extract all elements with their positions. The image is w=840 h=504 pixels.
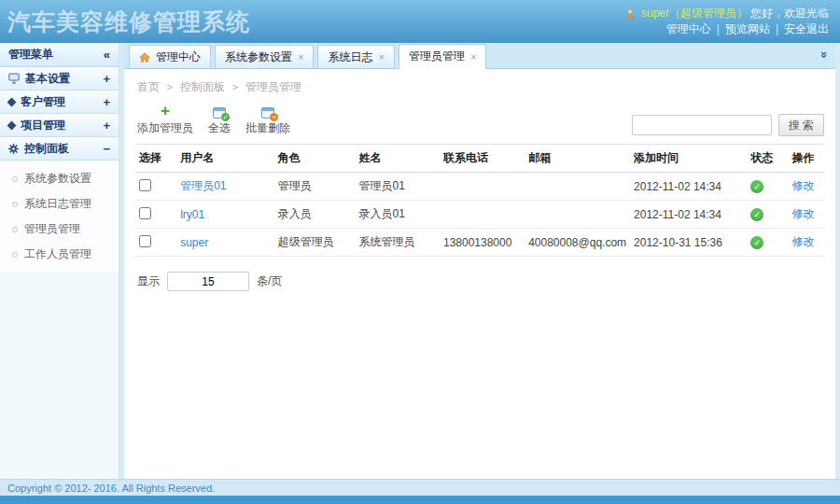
expand-plus-icon[interactable]: + <box>103 95 110 109</box>
added-time-cell: 2012-11-02 14:34 <box>630 173 747 201</box>
tab-label: 管理中心 <box>156 49 201 65</box>
sidebar-item-customer-mgmt[interactable]: 客户管理 + <box>0 91 119 114</box>
tab-close-icon[interactable]: × <box>378 51 384 63</box>
name-cell: 录入员01 <box>355 201 439 229</box>
diamond-icon <box>7 97 17 106</box>
row-checkbox[interactable] <box>139 235 151 247</box>
monitor-icon <box>8 73 20 84</box>
row-checkbox[interactable] <box>139 179 151 191</box>
role-cell: 超级管理员 <box>274 229 356 257</box>
tab-system-log[interactable]: 系统日志 × <box>317 45 394 68</box>
collapse-minus-icon[interactable]: − <box>103 142 110 156</box>
tab-system-params[interactable]: 系统参数设置 × <box>215 45 314 68</box>
header-link-logout[interactable]: 安全退出 <box>784 21 829 37</box>
search-area: 搜 索 <box>632 114 824 136</box>
breadcrumb-control-panel[interactable]: 控制面板 <box>180 79 225 95</box>
breadcrumb-home[interactable]: 首页 <box>137 79 160 95</box>
name-cell: 系统管理员 <box>355 229 439 257</box>
phone-cell <box>440 201 525 229</box>
sidebar-subitem-system-params[interactable]: 系统参数设置 <box>0 166 119 191</box>
tab-admin-center[interactable]: 管理中心 <box>129 45 211 68</box>
row-checkbox[interactable] <box>139 207 151 219</box>
header-link-separator: | <box>776 21 778 37</box>
tab-label: 系统参数设置 <box>225 49 292 65</box>
header-links: 管理中心 | 预览网站 | 安全退出 <box>624 21 829 37</box>
subitem-label: 系统日志管理 <box>24 196 91 212</box>
bullet-icon <box>12 227 18 232</box>
sidebar-item-project-mgmt[interactable]: 项目管理 + <box>0 114 119 137</box>
table-row: super 超级管理员 系统管理员 13800138000 40080008@q… <box>135 229 824 257</box>
sidebar-subitem-staff-mgmt[interactable]: 工作人员管理 <box>0 242 119 267</box>
table-row: 管理员01 管理员 管理员01 2012-11-02 14:34 ✓ 修改 <box>135 173 824 201</box>
page-body: 首页 ＞ 控制面板 ＞ 管理员管理 + 添加管理员 ✓ 全选 <box>124 69 835 479</box>
sidebar-item-label: 控制面板 <box>24 141 69 157</box>
col-header-name: 姓名 <box>355 145 439 173</box>
expand-plus-icon[interactable]: + <box>103 72 110 86</box>
select-all-button[interactable]: ✓ 全选 <box>208 105 231 136</box>
bullet-icon <box>12 252 18 258</box>
username-link[interactable]: lry01 <box>180 208 204 221</box>
status-enabled-icon[interactable]: ✓ <box>750 236 763 249</box>
bullet-icon <box>12 176 18 182</box>
breadcrumb-separator: ＞ <box>164 79 175 95</box>
tab-admin-mgmt-active[interactable]: 管理员管理 × <box>399 44 486 69</box>
table-row: lry01 录入员 录入员01 2012-11-02 14:34 ✓ 修改 <box>135 201 824 229</box>
col-header-added-time: 添加时间 <box>630 145 747 173</box>
status-enabled-icon[interactable]: ✓ <box>750 208 763 221</box>
search-input[interactable] <box>632 115 772 135</box>
user-greeting-line: super（超级管理员） 您好，欢迎光临 <box>624 6 829 21</box>
sidebar-item-label: 客户管理 <box>21 94 65 110</box>
header-link-admin-center[interactable]: 管理中心 <box>666 21 711 37</box>
col-header-role: 角色 <box>274 145 356 173</box>
sidebar-item-label: 项目管理 <box>21 118 65 133</box>
col-header-action: 操作 <box>788 145 824 173</box>
breadcrumb: 首页 ＞ 控制面板 ＞ 管理员管理 <box>135 75 824 105</box>
app-title: 汽车美容维修管理系统 <box>0 0 250 43</box>
added-time-cell: 2012-11-02 14:34 <box>630 201 747 229</box>
sidebar-collapse-icon[interactable]: « <box>104 48 110 62</box>
user-area: super（超级管理员） 您好，欢迎光临 管理中心 | 预览网站 | 安全退出 <box>624 0 840 43</box>
edit-link[interactable]: 修改 <box>791 179 814 192</box>
sidebar: 管理菜单 « 基本设置 + 客户管理 + 项目管理 + 控制面板 − <box>0 43 119 479</box>
sidebar-header: 管理菜单 « <box>0 43 119 67</box>
sidebar-subitem-system-log[interactable]: 系统日志管理 <box>0 191 119 217</box>
username-link[interactable]: 管理员01 <box>180 179 226 192</box>
admin-table: 选择 用户名 角色 姓名 联系电话 邮箱 添加时间 状态 操作 <box>135 144 824 257</box>
batch-delete-button[interactable]: − 批量删除 <box>245 105 290 136</box>
sidebar-submenu: 系统参数设置 系统日志管理 管理员管理 工作人员管理 <box>0 161 119 273</box>
email-cell <box>525 201 630 229</box>
header-link-separator: | <box>717 21 720 37</box>
edit-link[interactable]: 修改 <box>791 235 814 248</box>
col-header-username: 用户名 <box>176 145 274 173</box>
subitem-label: 工作人员管理 <box>24 246 91 262</box>
user-name-role: super（超级管理员） <box>641 6 748 21</box>
content-panel: 管理中心 系统参数设置 × 系统日志 × 管理员管理 × » <box>124 43 835 479</box>
edit-link[interactable]: 修改 <box>791 207 814 220</box>
toolbar: + 添加管理员 ✓ 全选 − 批量删除 搜 索 <box>135 105 824 144</box>
sidebar-title: 管理菜单 <box>8 47 53 63</box>
tab-close-icon[interactable]: × <box>298 51 303 63</box>
sidebar-item-control-panel[interactable]: 控制面板 − <box>0 137 119 161</box>
added-time-cell: 2012-10-31 15:36 <box>630 229 747 257</box>
email-cell: 40080008@qq.com <box>525 229 630 257</box>
sidebar-item-basic-settings[interactable]: 基本设置 + <box>0 67 119 91</box>
sidebar-subitem-admin-mgmt[interactable]: 管理员管理 <box>0 217 119 242</box>
username-link[interactable]: super <box>180 236 208 249</box>
pagination: 显示 条/页 <box>135 272 824 291</box>
add-admin-button[interactable]: + 添加管理员 <box>137 105 193 136</box>
page-size-input[interactable] <box>167 272 249 291</box>
page-size-prefix: 显示 <box>137 273 160 289</box>
expand-plus-icon[interactable]: + <box>103 119 110 133</box>
phone-cell: 13800138000 <box>440 229 525 257</box>
tab-overflow-icon[interactable]: » <box>818 51 832 58</box>
add-plus-icon: + <box>161 105 170 119</box>
footer-stripe <box>0 496 840 504</box>
tab-bar: 管理中心 系统参数设置 × 系统日志 × 管理员管理 × » <box>124 43 835 69</box>
status-enabled-icon[interactable]: ✓ <box>750 180 763 193</box>
diamond-icon <box>7 120 17 130</box>
col-header-email: 邮箱 <box>525 145 630 173</box>
search-button[interactable]: 搜 索 <box>778 114 824 136</box>
copyright-text: Copyright © 2012- 2016. All Rights Reser… <box>0 479 840 496</box>
header-link-preview-site[interactable]: 预览网站 <box>725 21 770 37</box>
tab-close-icon[interactable]: × <box>470 51 476 63</box>
